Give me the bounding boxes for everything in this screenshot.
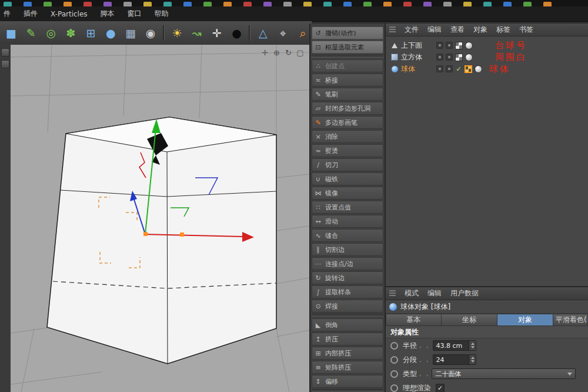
render-perfect-checkbox[interactable]: ✓ [436, 384, 445, 392]
texture-tag-icon-selected[interactable] [465, 65, 472, 73]
titlebar-icon[interactable] [383, 2, 392, 6]
titlebar-icon[interactable] [143, 2, 152, 6]
menu-item-xparticles[interactable]: X-Particles [51, 10, 88, 18]
command-matrix-extrude[interactable]: ≡矩阵挤压 [312, 361, 383, 374]
tab-basic[interactable]: 基本 [386, 314, 442, 326]
titlebar-icon[interactable] [543, 2, 552, 6]
titlebar-icon[interactable] [103, 2, 112, 6]
spline-pen-button[interactable]: ✎ [22, 24, 40, 42]
titlebar-icon[interactable] [123, 2, 132, 6]
tab-phong-shading[interactable]: 平滑着色(Pho [553, 314, 588, 326]
gizmo-origin-handle[interactable] [143, 232, 148, 236]
titlebar-icon[interactable] [343, 2, 352, 6]
command-bevel[interactable]: ◣倒角 [312, 318, 383, 331]
phong-tag-icon[interactable] [465, 42, 473, 49]
om-menu-bookmarks[interactable]: 书签 [519, 25, 533, 35]
titlebar-icon[interactable] [44, 2, 52, 6]
segments-value[interactable]: 24 [433, 355, 469, 364]
menu-item-help[interactable]: 帮助 [155, 9, 169, 19]
titlebar-icon[interactable] [24, 2, 32, 6]
am-menu-userdata[interactable]: 用户数据 [450, 288, 479, 298]
titlebar-icon[interactable] [203, 2, 212, 6]
cube-object[interactable] [47, 117, 276, 364]
command-magnet[interactable]: ∪磁铁 [312, 172, 383, 185]
gizmo-button[interactable]: △ [254, 24, 272, 42]
radius-value[interactable]: 43.8 cm [433, 341, 469, 350]
torus-primitive-button[interactable]: ◎ [42, 24, 60, 42]
om-menu-file[interactable]: 文件 [405, 25, 419, 35]
cube-primitive-button[interactable]: ■ [2, 24, 20, 42]
command-extrude-inner[interactable]: ⊞内部挤压 [312, 347, 383, 360]
command-frame-selected[interactable]: ⊡框显选取元素 [312, 41, 383, 54]
command-edge-to-spline[interactable]: ∫提取样条 [312, 285, 383, 298]
spinner-up-icon[interactable] [471, 343, 475, 345]
command-brush[interactable]: ✎笔刷 [312, 88, 383, 101]
om-menu-tags[interactable]: 标签 [496, 25, 510, 35]
command-create-point[interactable]: ∴创建点 [312, 59, 383, 72]
palette-icon[interactable] [1, 48, 9, 57]
titlebar-icon[interactable] [183, 2, 192, 6]
titlebar-icon[interactable] [223, 2, 232, 6]
om-menu-objects[interactable]: 对象 [473, 25, 487, 35]
titlebar-icon[interactable] [243, 2, 252, 6]
snap-button[interactable]: ⌖ [274, 24, 292, 42]
render-visibility-dot[interactable] [446, 65, 453, 72]
menu-item-window[interactable]: 窗口 [128, 9, 142, 19]
menu-item-script[interactable]: 脚本 [101, 9, 115, 19]
object-row-cube[interactable]: 立方体 周围白 [386, 51, 588, 63]
object-row-topbottom[interactable]: 上下面 台球号 [386, 39, 588, 51]
titlebar-icon[interactable] [263, 2, 272, 6]
panel-grip-icon[interactable] [389, 290, 396, 297]
object-name[interactable]: 上下面 [401, 41, 434, 51]
command-smooth-shift[interactable]: ↕偏移 [312, 375, 383, 388]
object-row-sphere[interactable]: 球体 ✓ 球体 [386, 63, 588, 75]
array-generator-button[interactable]: ✽ [62, 24, 80, 42]
keyframe-ring-icon[interactable] [390, 370, 398, 378]
menu-item-truncated[interactable]: 件 [4, 9, 11, 19]
enable-check-icon[interactable]: ✓ [455, 65, 462, 73]
command-close-polygon-hole[interactable]: ▱封闭多边形孔洞 [312, 102, 383, 115]
toggle-view-icon[interactable]: ▢ [296, 48, 305, 57]
keyframe-ring-icon[interactable] [390, 342, 398, 350]
editor-visibility-dot[interactable] [436, 54, 443, 61]
panel-grip-icon[interactable] [389, 26, 396, 33]
titlebar-icon[interactable] [163, 2, 172, 6]
am-menu-edit[interactable]: 编辑 [427, 288, 442, 298]
titlebar-icon[interactable] [483, 2, 492, 6]
command-mirror[interactable]: ⋈镜像 [312, 187, 383, 200]
titlebar-icon[interactable] [64, 2, 72, 6]
am-menu-mode[interactable]: 模式 [405, 288, 419, 298]
titlebar-icon[interactable] [4, 2, 12, 6]
titlebar-icon[interactable] [503, 2, 512, 6]
om-menu-view[interactable]: 查看 [450, 25, 465, 35]
editor-visibility-dot[interactable] [436, 42, 443, 49]
display-shading-button[interactable]: ● [228, 24, 246, 42]
subdivision-surface-button[interactable]: ⊞ [82, 24, 100, 42]
spinner-down-icon[interactable] [471, 360, 475, 363]
render-visibility-dot[interactable] [446, 42, 453, 49]
titlebar-icon[interactable] [443, 2, 452, 6]
command-iron[interactable]: ≈熨烫 [312, 144, 383, 157]
titlebar-icon[interactable] [463, 2, 472, 6]
radius-input[interactable]: 43.8 cm [433, 340, 476, 351]
sphere-primitive-button[interactable]: ● [102, 24, 119, 42]
phong-tag-icon[interactable] [475, 65, 482, 73]
zoom-view-icon[interactable]: ⊕ [272, 48, 281, 57]
command-slide[interactable]: ↔滑动 [312, 215, 383, 228]
palette-icon[interactable] [1, 60, 9, 68]
om-menu-edit[interactable]: 编辑 [427, 25, 442, 35]
command-bridge[interactable]: ≍桥接 [312, 74, 383, 87]
x-axis-handle[interactable] [180, 232, 184, 237]
pan-view-icon[interactable]: ✛ [260, 48, 269, 57]
segments-spinner[interactable] [469, 355, 476, 364]
command-set-point-value[interactable]: ∷设置点值 [312, 201, 383, 214]
titlebar-icon[interactable] [303, 2, 312, 6]
editor-visibility-dot[interactable] [436, 65, 443, 72]
titlebar-icon[interactable] [323, 2, 332, 6]
type-dropdown[interactable]: 二十面体 [432, 368, 576, 379]
menu-item-plugins[interactable]: 插件 [24, 9, 38, 19]
command-dissolve[interactable]: ×消除 [312, 130, 383, 143]
object-name[interactable]: 球体 [401, 64, 434, 74]
keyframe-ring-icon[interactable] [390, 384, 398, 392]
light-button[interactable]: ☀ [168, 24, 186, 42]
